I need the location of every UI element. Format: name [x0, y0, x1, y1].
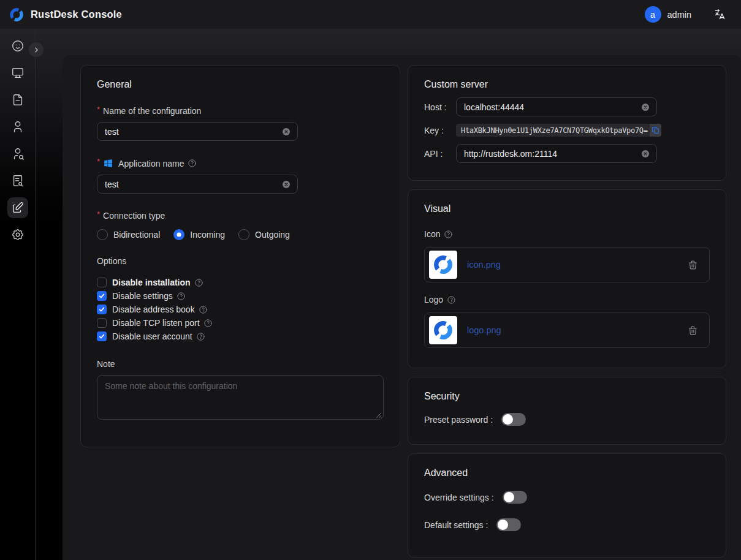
advanced-card: Advanced Override settings : Default set… — [408, 453, 726, 558]
radio-control[interactable] — [238, 229, 249, 240]
connection-type-group: Bidirectional Incoming Outgoing — [97, 229, 384, 240]
icon-file-link[interactable]: icon.png — [467, 260, 501, 270]
preset-password-toggle[interactable] — [501, 413, 526, 426]
icon-upload-box: icon.png — [424, 247, 710, 282]
icon-thumbnail — [429, 251, 457, 279]
logo-upload-box: logo.png — [424, 312, 710, 348]
right-column: Custom server Host : Key : HtaXBkJNHyn0e… — [408, 65, 726, 558]
host-row: Host : — [424, 97, 710, 116]
clear-api-button[interactable] — [640, 149, 650, 159]
sidebar-item-users[interactable] — [0, 113, 36, 140]
checkbox-control[interactable] — [97, 305, 107, 314]
general-card: General * Name of the configuration * Ap… — [80, 65, 400, 447]
clear-icon — [640, 102, 650, 112]
connection-type-label: Connection type — [103, 211, 165, 221]
default-settings-toggle[interactable] — [496, 518, 521, 531]
translate-icon — [713, 8, 726, 21]
sidebar-item-devices[interactable] — [0, 59, 36, 86]
document-icon — [7, 89, 28, 110]
avatar[interactable]: a — [645, 6, 661, 23]
help-icon[interactable] — [188, 159, 197, 168]
logo-file-link[interactable]: logo.png — [467, 325, 501, 335]
host-input[interactable] — [464, 102, 640, 112]
icon-label-row: Icon — [424, 229, 710, 239]
app-name-input[interactable] — [105, 180, 281, 189]
api-row: API : — [424, 144, 710, 163]
copy-key-button[interactable] — [650, 124, 661, 137]
help-icon[interactable] — [199, 305, 208, 314]
radio-incoming[interactable]: Incoming — [173, 229, 225, 240]
sidebar-item-configurations[interactable] — [0, 194, 36, 221]
api-input-wrap — [456, 144, 657, 163]
monitor-icon — [7, 62, 28, 83]
rustdesk-logo-icon — [9, 7, 25, 23]
custom-server-title: Custom server — [424, 79, 710, 90]
user-icon — [7, 116, 28, 137]
note-wrap — [97, 375, 384, 422]
default-settings-row: Default settings : — [424, 518, 710, 531]
clear-icon — [281, 127, 291, 137]
default-settings-label: Default settings : — [424, 520, 488, 530]
help-icon[interactable] — [196, 332, 205, 341]
radio-outgoing[interactable]: Outgoing — [238, 229, 290, 240]
required-marker: * — [97, 105, 100, 114]
radio-control[interactable] — [97, 229, 108, 240]
config-name-label-row: * Name of the configuration — [97, 106, 384, 116]
sidebar-item-user-search[interactable] — [0, 140, 36, 167]
language-button[interactable] — [713, 8, 726, 21]
api-label: API : — [424, 149, 456, 159]
note-textarea[interactable] — [97, 375, 384, 420]
app-name-label-row: * Application name — [97, 158, 384, 168]
api-input[interactable] — [464, 149, 640, 159]
preset-password-label: Preset password : — [424, 415, 493, 425]
required-marker: * — [97, 210, 100, 219]
security-title: Security — [424, 391, 710, 402]
required-marker: * — [97, 157, 100, 166]
checkbox-control[interactable] — [97, 278, 107, 287]
help-icon[interactable] — [444, 230, 453, 239]
sidebar-item-audit-log[interactable] — [0, 167, 36, 194]
checkbox-control[interactable] — [97, 291, 107, 301]
clear-app-name-button[interactable] — [281, 180, 291, 189]
icon-label: Icon — [424, 229, 440, 239]
help-icon[interactable] — [194, 278, 203, 287]
username[interactable]: admin — [667, 10, 692, 20]
main-panel: General * Name of the configuration * Ap… — [63, 55, 741, 560]
option-disable-tcp-listen-port[interactable]: Disable TCP listen port — [97, 316, 384, 330]
sidebar-item-documents[interactable] — [0, 86, 36, 113]
clear-config-name-button[interactable] — [281, 127, 291, 137]
checkbox-control[interactable] — [97, 318, 107, 328]
delete-logo-button[interactable] — [688, 325, 698, 336]
trash-icon — [688, 325, 698, 336]
logo-label: Logo — [424, 295, 443, 305]
trash-icon — [688, 260, 698, 270]
help-icon[interactable] — [447, 295, 456, 305]
key-row: Key : HtaXBkJNHyn0e1U1jWXze7A7CN7QTGWqxk… — [424, 124, 710, 137]
note-label: Note — [97, 359, 384, 369]
option-disable-settings[interactable]: Disable settings — [97, 289, 384, 303]
override-settings-toggle[interactable] — [503, 491, 527, 504]
override-settings-row: Override settings : — [424, 491, 710, 504]
help-icon[interactable] — [203, 319, 213, 328]
preset-password-row: Preset password : — [424, 413, 710, 426]
clear-host-button[interactable] — [640, 102, 650, 112]
delete-icon-button[interactable] — [688, 260, 698, 270]
clear-icon — [640, 149, 650, 159]
radio-bidirectional[interactable]: Bidirectional — [97, 229, 160, 240]
help-icon[interactable] — [177, 292, 186, 301]
app-title: RustDesk Console — [31, 9, 122, 20]
clear-icon — [281, 180, 291, 189]
sidebar-item-settings[interactable] — [0, 221, 36, 248]
app-name-label: Application name — [118, 159, 184, 168]
checkbox-control[interactable] — [97, 331, 107, 341]
option-disable-address-book[interactable]: Disable address book — [97, 303, 384, 316]
option-disable-installation[interactable]: Disable installation — [97, 276, 384, 289]
key-label: Key : — [424, 126, 456, 135]
option-disable-user-account[interactable]: Disable user account — [97, 330, 384, 343]
config-name-input[interactable] — [105, 127, 281, 137]
sidebar-collapse-button[interactable] — [29, 42, 44, 57]
security-card: Security Preset password : — [408, 377, 726, 445]
chevron-right-icon — [32, 46, 40, 54]
connection-type-label-row: * Connection type — [97, 211, 384, 221]
radio-control[interactable] — [173, 229, 184, 240]
